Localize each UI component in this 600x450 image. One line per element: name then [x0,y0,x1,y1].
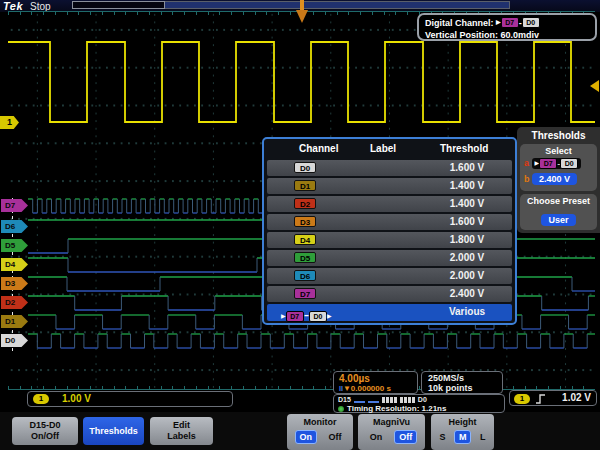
height-l-option[interactable]: L [476,431,490,444]
inactive-channels-icon [368,401,379,403]
badge-d1: D1 [294,180,316,191]
sample-rate: 250MS/s [428,373,496,383]
ch1-scale-value: 1.00 V [62,393,91,404]
trigger-level-value: 1.02 V [562,392,591,403]
info-line2: Vertical Position: 60.0mdiv [425,29,589,41]
threshold-d4: 1.800 V [422,234,512,245]
height-group: Height S M L [431,414,494,450]
col-channel: Channel [299,143,338,154]
digital-channel-info-box: Digital Channel: ▶D7-D0 Vertical Positio… [417,13,597,41]
record-view-expansion [72,1,165,9]
acquisition-readout: 250MS/s 10k points [421,371,503,394]
dialog-header: Channel Label Threshold [264,139,515,159]
thresholds-side-panel: Thresholds Select a ▶D7-D0 b 2.400 V Cho… [517,127,600,233]
select-heading: Select [520,144,597,156]
d0-chip: D0 [522,17,540,28]
side-panel-title: Thresholds [517,130,600,141]
digital-status-right: D0 [418,395,427,404]
record-length: 10k points [428,383,496,393]
d7-d0-range-icons: ▶D7-D0▶ [281,306,332,324]
ch1-scale-readout: 1 1.00 V [27,391,233,407]
knob-b-row[interactable]: b 2.400 V [524,173,577,185]
button-thresholds[interactable]: Thresholds [83,417,144,445]
height-s-option[interactable]: S [435,431,449,444]
ch1-marker-tag: 1 [0,116,19,129]
knob-a-row[interactable]: a ▶D7-D0 [524,158,581,169]
trigger-position-arrow-icon [296,10,308,23]
horizontal-scale: 4.00µs [339,373,412,384]
threshold-d6: 2.000 V [422,270,512,281]
badge-d0: D0 [294,162,316,173]
badge-d2: D2 [294,198,316,209]
row-d5[interactable]: D52.000 V [267,250,512,266]
button-d15-d0-onoff[interactable]: D15-D0 On/Off [12,417,78,445]
inactive-channels-icon [354,401,365,403]
trigger-position-stem [300,0,304,10]
row-d1[interactable]: D11.400 V [267,178,512,194]
magnivu-label: MagniVu [358,414,425,428]
badge-d7-range: D7 [286,311,304,322]
d7-chip: D7 [501,17,519,28]
ch1-badge: 1 [33,394,49,404]
active-channels-icon [382,397,397,403]
oscilloscope-screen: Tek Stop 1 D7 D6 D5 D4 D3 D2 D1 D0 Digit… [0,0,600,450]
trigger-readout: 1 1.02 V [509,390,597,406]
magnivu-group: MagniVu On Off [358,414,425,450]
magnivu-on-option[interactable]: On [366,431,387,444]
threshold-dialog: Channel Label Threshold D01.600 V D11.40… [262,137,517,325]
row-d2[interactable]: D21.400 V [267,196,512,212]
play-icon: ▶ [496,19,501,25]
trigger-position-marker [296,0,308,26]
row-d7-d0-selected[interactable]: ▶D7-D0▶ Various [267,304,512,321]
preset-heading: Choose Preset [520,194,597,206]
trigger-source-badge: 1 [514,394,530,404]
row-d7[interactable]: D72.400 V [267,286,512,302]
knob-a-value: ▶D7-D0 [532,158,582,169]
button-line: Thresholds [83,426,144,437]
knob-a-label: a [524,158,529,168]
monitor-group: Monitor On Off [287,414,353,450]
row-d0[interactable]: D01.600 V [267,160,512,176]
info-line1-label: Digital Channel: [425,18,494,28]
monitor-off-option[interactable]: Off [325,431,346,444]
height-label: Height [431,414,494,428]
ch1-position-marker: 1 [0,116,20,129]
monitor-on-option[interactable]: On [295,430,318,444]
button-line: On/Off [12,431,78,442]
active-channels-icon [400,397,415,403]
trigger-level-marker-icon [590,80,599,92]
threshold-d7: 2.400 V [422,288,512,299]
button-line: D15-D0 [12,420,78,431]
row-d3[interactable]: D31.600 V [267,214,512,230]
magnivu-indicator-icon [338,406,344,412]
badge-d6: D6 [294,270,316,281]
knob-b-label: b [524,174,530,184]
magnivu-off-option[interactable]: Off [394,430,417,444]
knob-b-value: 2.400 V [532,173,577,185]
badge-d0-range: D0 [309,311,327,322]
record-view-bar [72,1,510,9]
threshold-d3: 1.600 V [422,216,512,227]
select-box: Select a ▶D7-D0 b 2.400 V [520,144,597,191]
badge-d7: D7 [294,288,316,299]
panel-d0-chip: D0 [560,158,578,169]
button-line: Edit [150,420,213,431]
badge-d5: D5 [294,252,316,263]
monitor-label: Monitor [287,414,353,428]
threshold-d1: 1.400 V [422,180,512,191]
record-view-window [165,1,510,9]
horizontal-readout: 4.00µs II▼0.000000 s [333,371,418,394]
digital-status-readout: D15 D0 Timing Resolution: 1.21ns [333,394,505,413]
badge-d4: D4 [294,234,316,245]
timing-resolution: Timing Resolution: 1.21ns [347,404,446,413]
play-icon: ▶ [327,313,332,319]
height-m-option[interactable]: M [454,430,472,444]
digital-status-left: D15 [338,395,351,404]
preset-box: Choose Preset User [520,194,597,230]
button-edit-labels[interactable]: Edit Labels [150,417,213,445]
row-d6[interactable]: D62.000 V [267,268,512,284]
preset-value[interactable]: User [541,214,575,226]
row-d4[interactable]: D41.800 V [267,232,512,248]
threshold-d0: 1.600 V [422,162,512,173]
button-line: Labels [150,431,213,442]
